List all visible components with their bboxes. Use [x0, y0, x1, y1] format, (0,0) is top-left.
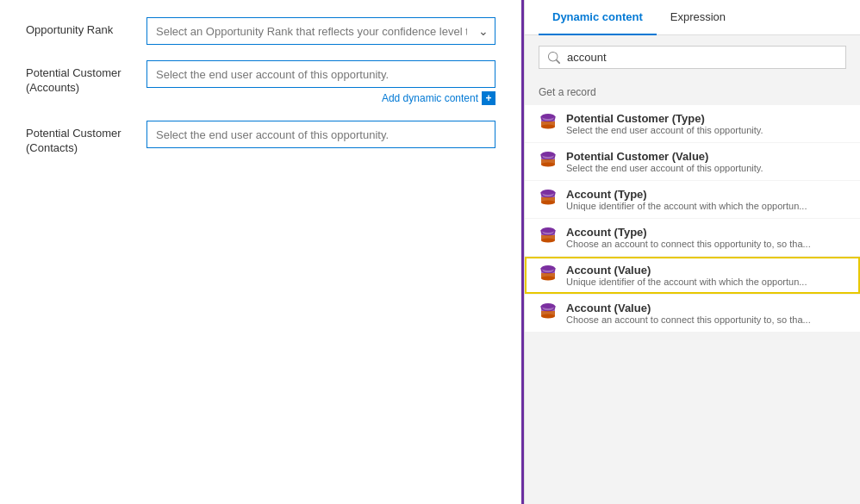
- item-text: Account (Value) Choose an account to con…: [566, 302, 846, 325]
- dropdown-chevron-icon: ⌄: [478, 24, 489, 38]
- item-text: Account (Value) Unique identifier of the…: [566, 264, 846, 287]
- item-title: Account (Value): [566, 302, 846, 314]
- item-desc: Select the end user account of this oppo…: [566, 125, 816, 135]
- svg-rect-13: [541, 230, 555, 235]
- add-dynamic-content-text: Add dynamic content: [382, 92, 478, 104]
- potential-customer-accounts-input[interactable]: [146, 60, 495, 88]
- item-desc: Unique identifier of the account with wh…: [566, 201, 816, 211]
- opportunity-rank-row: Opportunity Rank ⌄: [26, 17, 495, 45]
- db-icon: [539, 150, 558, 169]
- item-title: Account (Type): [566, 226, 846, 239]
- item-title: Account (Type): [566, 188, 846, 201]
- svg-rect-1: [541, 116, 555, 121]
- list-item[interactable]: Account (Value) Choose an account to con…: [525, 295, 860, 332]
- item-desc: Select the end user account of this oppo…: [566, 163, 816, 173]
- db-icon: [539, 264, 558, 283]
- svg-point-7: [541, 163, 555, 167]
- potential-customer-contacts-row: Potential Customer (Contacts): [26, 121, 495, 156]
- item-title: Potential Customer (Value): [566, 150, 846, 163]
- potential-customer-accounts-field-wrapper: Add dynamic content +: [146, 60, 495, 105]
- db-icon: [539, 188, 558, 207]
- db-icon: [539, 226, 558, 245]
- search-box: [539, 46, 846, 69]
- potential-customer-contacts-field-wrapper: [146, 121, 495, 148]
- item-text: Potential Customer (Type) Select the end…: [566, 112, 846, 135]
- svg-point-3: [541, 125, 555, 129]
- items-list: Potential Customer (Type) Select the end…: [525, 105, 860, 504]
- search-box-wrapper: [525, 35, 860, 79]
- section-header: Get a record: [525, 79, 860, 105]
- tabs-row: Dynamic content Expression: [525, 0, 860, 35]
- item-desc: Choose an account to connect this opport…: [566, 314, 816, 325]
- svg-point-11: [541, 201, 555, 205]
- list-item[interactable]: Account (Type) Choose an account to conn…: [525, 219, 860, 256]
- list-item[interactable]: Potential Customer (Type) Select the end…: [525, 105, 860, 142]
- item-desc: Unique identifier of the account with wh…: [566, 277, 816, 287]
- svg-point-23: [541, 314, 555, 319]
- tab-expression[interactable]: Expression: [657, 0, 739, 35]
- db-icon: [539, 302, 558, 320]
- svg-point-19: [541, 277, 555, 281]
- dynamic-content-panel: Dynamic content Expression Get a record …: [524, 0, 860, 504]
- potential-customer-accounts-label: Potential Customer (Accounts): [26, 60, 146, 96]
- svg-point-15: [541, 239, 555, 243]
- potential-customer-contacts-label: Potential Customer (Contacts): [26, 121, 146, 156]
- add-dynamic-content-link[interactable]: Add dynamic content +: [146, 91, 495, 105]
- left-panel: Opportunity Rank ⌄ Potential Customer (A…: [0, 0, 524, 504]
- svg-rect-5: [541, 154, 555, 159]
- list-item[interactable]: Account (Type) Unique identifier of the …: [525, 181, 860, 218]
- list-item[interactable]: Potential Customer (Value) Select the en…: [525, 143, 860, 180]
- opportunity-rank-label: Opportunity Rank: [26, 17, 146, 38]
- potential-customer-accounts-row: Potential Customer (Accounts) Add dynami…: [26, 60, 495, 105]
- item-title: Account (Value): [566, 264, 846, 277]
- svg-rect-9: [541, 192, 555, 197]
- potential-customer-contacts-input[interactable]: [146, 121, 495, 148]
- opportunity-rank-input[interactable]: [146, 17, 495, 45]
- tab-dynamic-content[interactable]: Dynamic content: [539, 0, 657, 35]
- item-text: Account (Type) Choose an account to conn…: [566, 226, 846, 249]
- db-icon: [539, 112, 558, 131]
- search-icon: [548, 52, 560, 64]
- item-title: Potential Customer (Type): [566, 112, 846, 125]
- svg-rect-17: [541, 268, 555, 273]
- item-text: Account (Type) Unique identifier of the …: [566, 188, 846, 211]
- svg-rect-21: [541, 306, 555, 311]
- search-input[interactable]: [567, 51, 837, 64]
- list-item[interactable]: Account (Value) Unique identifier of the…: [525, 257, 860, 294]
- item-text: Potential Customer (Value) Select the en…: [566, 150, 846, 173]
- opportunity-rank-field-wrapper: ⌄: [146, 17, 495, 45]
- item-desc: Choose an account to connect this opport…: [566, 239, 816, 249]
- add-dynamic-content-plus-icon: +: [482, 91, 495, 105]
